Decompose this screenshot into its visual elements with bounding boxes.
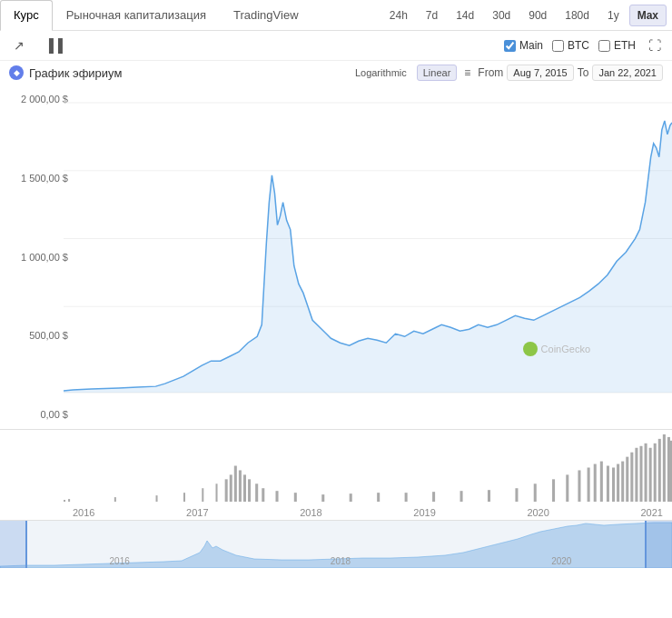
svg-rect-12 <box>216 483 218 502</box>
svg-rect-36 <box>594 464 597 502</box>
main-checkbox[interactable] <box>504 40 516 52</box>
main-checkbox-group: Main <box>504 39 543 52</box>
svg-rect-50 <box>663 434 666 502</box>
fullscreen-button[interactable]: ⛶ <box>645 36 665 55</box>
svg-rect-46 <box>645 444 647 502</box>
svg-rect-19 <box>255 483 258 502</box>
date-range-section: From Aug 7, 2015 To Jan 22, 2021 <box>478 65 663 81</box>
to-date[interactable]: Jan 22, 2021 <box>592 65 663 81</box>
svg-rect-8 <box>114 497 116 502</box>
svg-rect-10 <box>183 493 185 502</box>
y-axis-labels: 2 000,00 $ 1 500,00 $ 1 000,00 $ 500,00 … <box>0 85 73 429</box>
svg-rect-42 <box>626 457 628 502</box>
svg-rect-35 <box>588 467 590 502</box>
y-label-1500: 1 500,00 $ <box>5 173 68 184</box>
toolbar-right-section: Main BTC ETH ⛶ <box>504 36 665 55</box>
volume-chart-area: 2016 2017 2018 2019 2020 2021 <box>0 430 672 521</box>
svg-rect-24 <box>350 493 352 502</box>
main-label: Main <box>519 39 543 52</box>
ethereum-icon: ◆ <box>9 65 24 80</box>
bar-chart-button[interactable]: ▐▐ <box>38 35 69 56</box>
svg-rect-26 <box>405 493 408 502</box>
coingecko-watermark: CoinGecko <box>523 342 590 356</box>
svg-rect-22 <box>294 493 297 502</box>
line-chart-button[interactable]: ↗ <box>7 35 31 56</box>
svg-rect-21 <box>275 491 278 502</box>
svg-rect-32 <box>552 479 555 502</box>
svg-rect-16 <box>239 470 242 502</box>
mini-x-label-2018: 2018 <box>331 556 351 566</box>
svg-rect-49 <box>658 439 661 502</box>
svg-rect-17 <box>243 474 246 502</box>
timeframe-90d[interactable]: 90d <box>520 5 555 26</box>
x-label-2020: 2020 <box>527 507 548 518</box>
timeframe-14d[interactable]: 14d <box>448 5 482 26</box>
main-chart-svg-container <box>64 85 672 429</box>
tab-tradingview[interactable]: TradingView <box>220 0 312 30</box>
svg-rect-33 <box>566 474 568 502</box>
coingecko-text: CoinGecko <box>541 344 590 354</box>
svg-rect-11 <box>202 488 203 502</box>
volume-svg-container <box>64 430 672 503</box>
logarithmic-scale-button[interactable]: Logarithmic <box>349 65 413 81</box>
volume-x-labels: 2016 2017 2018 2019 2020 2021 <box>64 507 672 518</box>
svg-rect-34 <box>578 470 580 502</box>
coingecko-logo <box>523 342 538 356</box>
timeframe-max[interactable]: Max <box>629 5 667 26</box>
svg-rect-41 <box>621 462 624 502</box>
svg-rect-13 <box>225 479 228 502</box>
mini-x-axis-labels: 2016 2018 2020 <box>9 556 672 566</box>
x-label-2016: 2016 <box>73 507 94 518</box>
tab-market-cap[interactable]: Рыночная капитализация <box>53 0 220 30</box>
x-label-2018: 2018 <box>300 507 321 518</box>
svg-rect-28 <box>460 491 463 502</box>
chart-toolbar: ↗ ▐▐ Main BTC ETH ⛶ <box>0 31 672 61</box>
svg-rect-6 <box>64 500 65 502</box>
svg-rect-30 <box>515 488 518 502</box>
svg-rect-45 <box>639 446 642 502</box>
svg-rect-48 <box>654 444 657 502</box>
svg-rect-23 <box>321 494 324 502</box>
svg-rect-47 <box>649 448 652 502</box>
x-label-2019: 2019 <box>413 507 435 518</box>
y-label-500: 500,00 $ <box>5 330 68 341</box>
mini-x-label-2016: 2016 <box>110 556 130 566</box>
btc-checkbox[interactable] <box>552 40 564 52</box>
svg-rect-29 <box>488 490 490 502</box>
timeframe-group: 24h 7d 14d 30d 90d 180d 1y Max <box>376 1 672 30</box>
timeframe-30d[interactable]: 30d <box>484 5 519 26</box>
main-chart-area: 2 000,00 $ 1 500,00 $ 1 000,00 $ 500,00 … <box>0 85 672 430</box>
timeframe-7d[interactable]: 7d <box>418 5 446 26</box>
scale-options: Logarithmic Linear <box>349 65 457 81</box>
y-label-2000: 2 000,00 $ <box>5 94 68 105</box>
timeframe-24h[interactable]: 24h <box>381 5 416 26</box>
svg-rect-20 <box>262 488 264 502</box>
menu-icon[interactable]: ≡ <box>464 66 470 79</box>
eth-label: ETH <box>614 39 636 52</box>
from-label: From <box>478 66 503 79</box>
svg-rect-18 <box>248 479 251 502</box>
chart-title: График эфириум <box>29 66 122 80</box>
tab-price[interactable]: Курс <box>0 0 53 31</box>
timeframe-180d[interactable]: 180d <box>557 5 598 26</box>
mini-chart-area: 2016 2018 2020 <box>0 521 672 568</box>
x-label-2021: 2021 <box>640 507 662 518</box>
svg-rect-7 <box>68 499 70 502</box>
svg-rect-51 <box>667 437 670 502</box>
linear-scale-button[interactable]: Linear <box>417 65 458 81</box>
from-date[interactable]: Aug 7, 2015 <box>507 65 573 81</box>
svg-rect-27 <box>432 492 435 502</box>
svg-rect-9 <box>156 495 158 502</box>
svg-rect-37 <box>600 462 603 502</box>
svg-rect-40 <box>617 464 619 502</box>
chart-title-section: ◆ График эфириум <box>9 65 122 80</box>
chart-header: ◆ График эфириум Logarithmic Linear ≡ Fr… <box>0 61 672 85</box>
svg-rect-14 <box>230 474 232 502</box>
btc-checkbox-group: BTC <box>552 39 589 52</box>
eth-checkbox[interactable] <box>598 40 610 52</box>
svg-rect-25 <box>377 493 380 502</box>
btc-label: BTC <box>568 39 589 52</box>
svg-rect-43 <box>630 453 633 502</box>
svg-rect-38 <box>607 466 609 503</box>
timeframe-1y[interactable]: 1y <box>599 5 628 26</box>
